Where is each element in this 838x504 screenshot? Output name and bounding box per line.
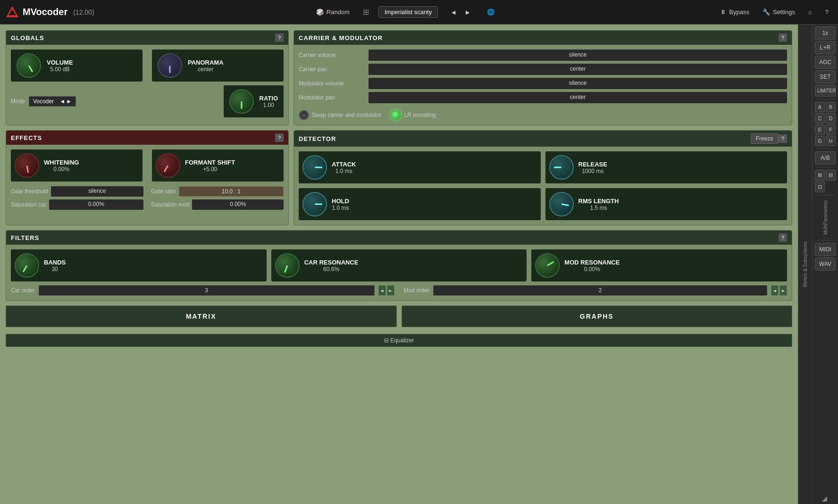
btn-agc[interactable]: AGC bbox=[815, 56, 836, 69]
btn-midi[interactable]: MIDI bbox=[815, 243, 836, 256]
globals-body: VOLUME 5.00 dB PANORAMA center bbox=[6, 45, 288, 122]
release-group: RELEASE 1000 ms bbox=[545, 151, 788, 183]
cm-help-button[interactable]: ? bbox=[779, 33, 787, 42]
layout-btn-2[interactable]: ⊟ bbox=[826, 170, 836, 181]
random-button[interactable]: 🎲 Random bbox=[312, 7, 353, 17]
gate-ratio-value[interactable]: 10.0 : 1 bbox=[179, 186, 284, 197]
formant-label-group: FORMANT SHIFT +5.00 bbox=[185, 159, 235, 173]
filters-header: FILTERS ? bbox=[6, 231, 792, 245]
ratio-label: RATIO bbox=[260, 95, 278, 102]
btn-ab[interactable]: A/B bbox=[815, 151, 836, 165]
mod-order-next[interactable]: ► bbox=[779, 285, 787, 296]
matrix-button[interactable]: MATRIX bbox=[6, 306, 397, 327]
volume-knob[interactable] bbox=[17, 53, 41, 78]
release-knob[interactable] bbox=[549, 155, 574, 180]
btn-e[interactable]: E bbox=[815, 124, 825, 135]
equalizer-bar[interactable]: ⊟ Equalizer bbox=[6, 334, 792, 347]
globals-help-button[interactable]: ? bbox=[275, 33, 284, 42]
whitening-knob[interactable] bbox=[15, 153, 39, 178]
swap-label: Swap carrier and modulator bbox=[312, 112, 381, 118]
mod-order-prev[interactable]: ◄ bbox=[771, 285, 779, 296]
effects-help-button[interactable]: ? bbox=[275, 133, 284, 142]
btn-b[interactable]: B bbox=[826, 102, 836, 112]
separator-5 bbox=[816, 240, 835, 240]
attack-group: ATTACK 1.0 ms bbox=[299, 151, 541, 183]
effects-body: WHITENING 0.00% FORMANT SHIFT +5.00 bbox=[6, 145, 288, 215]
top-row: GLOBALS ? VOLUME 5.00 dB bbox=[6, 30, 792, 125]
mode-next-icon[interactable]: ► bbox=[66, 98, 72, 105]
car-order-row: Car order 3 ◄ ► bbox=[11, 285, 394, 296]
swap-button[interactable]: ↔ Swap carrier and modulator bbox=[299, 110, 381, 120]
car-order-next[interactable]: ► bbox=[387, 285, 394, 296]
preset-icon-button[interactable]: 🌐 bbox=[483, 7, 498, 17]
home-button[interactable]: ⌂ bbox=[804, 7, 816, 17]
separator-4 bbox=[816, 195, 835, 195]
prev-preset-button[interactable]: ◄ bbox=[447, 8, 460, 17]
attack-knob[interactable] bbox=[302, 155, 327, 180]
panorama-label: PANORAMA bbox=[188, 59, 224, 66]
settings-icon: 🔧 bbox=[763, 8, 770, 16]
btn-limiter[interactable]: LIMITER bbox=[815, 85, 836, 97]
bypass-button[interactable]: ⏸ Bypass bbox=[716, 7, 753, 17]
mod-resonance-knob[interactable] bbox=[535, 253, 560, 278]
gate-ratio-label: Gate ratio bbox=[151, 188, 176, 195]
car-order-prev[interactable]: ◄ bbox=[378, 285, 386, 296]
detector-header: DETECTOR Freeze ? bbox=[294, 131, 792, 147]
btn-c[interactable]: C bbox=[815, 113, 825, 124]
formant-knob[interactable] bbox=[156, 153, 180, 178]
mod-order-slider[interactable]: 2 bbox=[433, 285, 767, 296]
filters-panel: FILTERS ? BANDS 30 bbox=[6, 230, 792, 301]
resize-corner-icon[interactable]: ◢ bbox=[822, 495, 827, 502]
detector-help-button[interactable]: ? bbox=[779, 134, 787, 143]
rms-group: RMS LENGTH 1.5 ms bbox=[545, 188, 788, 220]
btn-1x[interactable]: 1x bbox=[815, 26, 836, 40]
btn-h[interactable]: H bbox=[826, 136, 836, 146]
mod-order-value: 2 bbox=[599, 287, 602, 294]
rms-knob[interactable] bbox=[549, 192, 574, 216]
saturation-mod-value[interactable]: 0.00% bbox=[192, 199, 284, 210]
layout-btn-3[interactable]: ⊡ bbox=[815, 182, 825, 192]
ratio-knob[interactable] bbox=[229, 89, 254, 114]
gate-threshold-value[interactable]: silence bbox=[51, 186, 143, 197]
btn-wav[interactable]: WAV bbox=[815, 257, 836, 271]
thin-divider: Meters & Subsystems bbox=[798, 25, 812, 504]
mode-prev-icon[interactable]: ◄ bbox=[59, 98, 65, 105]
help-button[interactable]: ? bbox=[821, 7, 832, 17]
mode-selector[interactable]: Vocoder ◄ ► bbox=[29, 96, 76, 107]
saturation-car-value[interactable]: 0.00% bbox=[49, 199, 143, 210]
settings-button[interactable]: 🔧 Settings bbox=[759, 7, 799, 17]
btn-d[interactable]: D bbox=[826, 113, 836, 124]
carrier-pan-value[interactable]: center bbox=[369, 64, 787, 75]
btn-f[interactable]: F bbox=[826, 124, 836, 135]
btn-lr[interactable]: L+R bbox=[815, 41, 836, 54]
btn-g[interactable]: G bbox=[815, 136, 825, 146]
carrier-volume-value[interactable]: silence bbox=[369, 50, 787, 61]
hold-knob[interactable] bbox=[302, 192, 327, 216]
filters-help-button[interactable]: ? bbox=[779, 233, 787, 242]
btn-a[interactable]: A bbox=[815, 102, 825, 112]
panorama-knob[interactable] bbox=[158, 53, 182, 78]
lr-encoding-button[interactable]: LR encoding bbox=[391, 110, 436, 120]
modulator-volume-value[interactable]: silence bbox=[369, 78, 787, 89]
volume-value: 5.00 dB bbox=[47, 66, 73, 73]
btn-set[interactable]: SET bbox=[815, 70, 836, 83]
attack-label-group: ATTACK 1.0 ms bbox=[332, 161, 356, 174]
attack-value: 1.0 ms bbox=[332, 168, 356, 174]
effects-header: EFFECTS ? bbox=[6, 131, 288, 145]
layout-btn-1[interactable]: ⊞ bbox=[815, 170, 825, 181]
preset-name[interactable]: Imperialist scanty bbox=[378, 6, 438, 18]
bands-knob[interactable] bbox=[15, 253, 39, 278]
mod-order-row: Mod order 2 ◄ ► bbox=[404, 285, 788, 296]
car-order-slider[interactable]: 3 bbox=[39, 285, 375, 296]
ratio-group: RATIO 1.00 bbox=[224, 85, 284, 117]
freeze-button[interactable]: Freeze bbox=[751, 133, 779, 144]
hold-label-group: HOLD 1.0 ms bbox=[332, 198, 349, 211]
preset-sphere-icon: 🌐 bbox=[487, 8, 494, 16]
separator-2 bbox=[816, 149, 835, 149]
car-order-arrows: ◄ ► bbox=[378, 285, 394, 296]
modulator-pan-value[interactable]: center bbox=[369, 92, 787, 103]
graphs-button[interactable]: GRAPHS bbox=[402, 306, 793, 327]
cm-footer: ↔ Swap carrier and modulator LR encoding bbox=[299, 107, 787, 120]
next-preset-button[interactable]: ► bbox=[461, 8, 474, 17]
car-resonance-knob[interactable] bbox=[275, 253, 300, 278]
